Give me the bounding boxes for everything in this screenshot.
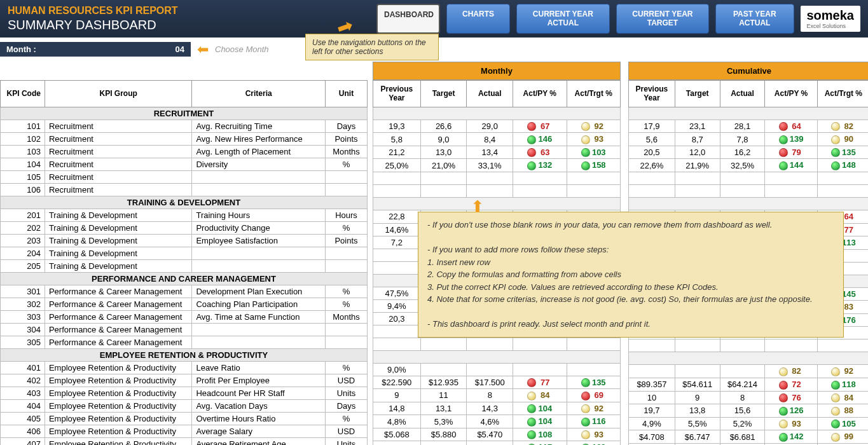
pct-cell: 158 (567, 159, 620, 172)
table-row: 402Employee Retention & ProductivityProf… (1, 374, 368, 387)
val-cell (629, 339, 675, 352)
table-row: 301Performance & Career ManagementDevelo… (1, 285, 368, 298)
val-cell: $64.214 (720, 378, 765, 391)
val-cell (467, 363, 513, 376)
table-row: 103RecruitmentAvg. Length of PlacementMo… (1, 145, 368, 158)
col-code: KPI Code (1, 80, 45, 107)
col-c-py: Previous Year (629, 80, 675, 107)
table-row: 4,9%5,5%5,2%93105 (629, 417, 869, 430)
val-cell: $54.611 (675, 378, 720, 391)
table-row: 17,923,128,16482 (629, 120, 869, 133)
logo: someka Excel Solutions (801, 6, 861, 32)
group-header: PERFORMANCE AND CAREER MANAGEMENT (1, 272, 368, 285)
arrow-left-icon: ⬅ (197, 41, 209, 58)
val-cell (467, 338, 513, 350)
val-cell (629, 172, 675, 185)
pct-cell: 69 (567, 389, 620, 402)
pct-cell: 103 (567, 146, 620, 159)
val-cell: 8,4 (467, 133, 513, 146)
pct-cell: 72 (765, 378, 817, 391)
pct-cell: 92 (817, 365, 868, 378)
pct-cell: 64 (765, 120, 817, 133)
table-row: $5.068$5.880$5.47010893 (373, 428, 621, 441)
charts-button[interactable]: CHARTS (446, 4, 510, 34)
table-row: $89.357$54.611$64.21472118 (629, 378, 869, 391)
val-cell: 4,6% (467, 415, 513, 428)
val-cell: 28,7 (420, 441, 467, 445)
table-row: 101RecruitmentAvg. Recruiting TimeDays (1, 120, 368, 132)
dashboard-button[interactable]: DASHBOARD (376, 4, 440, 34)
pct-cell: 104 (513, 415, 567, 428)
table-row: 105Recruitment (1, 170, 368, 183)
table-row: 202Training & DevelopmentProductivity Ch… (1, 221, 368, 234)
table-row: 304Performance & Career Management (1, 323, 368, 336)
pct-cell: 148 (817, 159, 868, 172)
py-actual-button[interactable]: PAST YEAR ACTUAL (715, 4, 794, 34)
group-header: TRAINING & DEVELOPMENT (1, 196, 368, 209)
val-cell: 7,2 (373, 236, 421, 249)
col-m-acttrgt: Act/Trgt % (567, 80, 620, 107)
group-header: EMPLOYEE RETENTION & PRODUCTIVITY (1, 348, 368, 361)
col-m-py: Previous Year (373, 80, 421, 107)
val-cell: 11 (420, 389, 467, 402)
val-cell: 33,1% (467, 159, 513, 172)
choose-month-hint: Choose Month (215, 44, 269, 54)
val-cell: 20,5 (629, 146, 675, 159)
val-cell: 9 (373, 389, 421, 402)
val-cell: 13,4 (467, 146, 513, 159)
table-row (629, 339, 869, 352)
pct-cell: 135 (817, 146, 868, 159)
val-cell (420, 172, 467, 185)
table-row: 401Employee Retention & ProductivityLeav… (1, 361, 368, 374)
val-cell (373, 185, 421, 198)
col-m-actpy: Act/PY % (513, 80, 567, 107)
table-row: 14,813,114,310492 (373, 402, 621, 415)
table-row: 305Performance & Career Management (1, 336, 368, 348)
table-row: 403Employee Retention & ProductivityHead… (1, 387, 368, 399)
spacer-row (629, 107, 869, 120)
table-row: 104RecruitmentDiversity% (1, 158, 368, 170)
month-selector[interactable]: Month : 04 (0, 42, 191, 57)
table-row: 405Employee Retention & ProductivityOver… (1, 412, 368, 425)
val-cell (720, 185, 765, 198)
table-row: 201Training & DevelopmentTraining HoursH… (1, 209, 368, 221)
cy-actual-button[interactable]: CURRENT YEAR ACTUAL (516, 4, 610, 34)
table-row: $22.590$12.935$17.50077135 (373, 376, 621, 389)
table-row (629, 185, 869, 198)
val-cell: 5,3% (420, 415, 467, 428)
pct-cell: 76 (765, 391, 817, 404)
val-cell: 14,8 (373, 402, 421, 415)
pct-cell: 88 (817, 404, 868, 418)
val-cell: 8,7 (675, 133, 720, 146)
val-cell: 19,3 (373, 120, 421, 133)
col-criteria: Criteria (192, 80, 326, 107)
val-cell: 14,3 (467, 402, 513, 415)
col-c-actual: Actual (720, 80, 765, 107)
col-c-actpy: Act/PY % (765, 80, 817, 107)
val-cell: 23,1 (675, 120, 720, 133)
table-row: 22,6%21,9%32,5%144148 (629, 159, 869, 172)
table-row (629, 172, 869, 185)
val-cell (675, 365, 720, 378)
val-cell: 15,6 (720, 404, 765, 418)
pct-cell: 84 (513, 389, 567, 402)
val-cell (467, 172, 513, 185)
pct-cell: 146 (513, 133, 567, 146)
val-cell: 22,6% (629, 159, 675, 172)
val-cell: 4,9% (629, 417, 675, 430)
cy-target-button[interactable]: CURRENT YEAR TARGET (616, 4, 709, 34)
val-cell: 29,0 (467, 120, 513, 133)
pct-cell: 84 (817, 391, 868, 404)
table-row: 303Performance & Career ManagementAvg. T… (1, 310, 368, 323)
val-cell: 13,8 (675, 404, 720, 418)
val-cell: 10 (629, 391, 675, 404)
pct-cell: 135 (567, 376, 620, 389)
table-row: 20,512,016,279135 (629, 146, 869, 159)
table-row: 203Training & DevelopmentEmployee Satisf… (1, 234, 368, 247)
pct-cell: 77 (513, 376, 567, 389)
val-cell: $17.500 (467, 376, 513, 389)
val-cell (675, 172, 720, 185)
table-row: 19,326,629,06792 (373, 120, 621, 133)
val-cell: $22.590 (373, 376, 421, 389)
pct-cell: 93 (765, 417, 817, 430)
